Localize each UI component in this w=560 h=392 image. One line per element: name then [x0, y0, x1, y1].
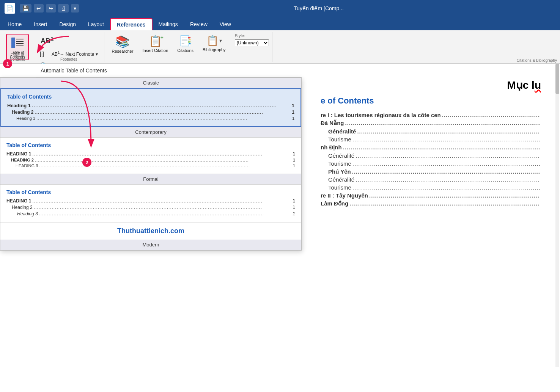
citations-group-label: Citations & Bibliography [517, 58, 557, 63]
step-1-badge: 1 [3, 59, 12, 68]
formal-section-header: Formal [0, 174, 301, 185]
classic-heading3-line: Heading 3 ..............................… [7, 116, 294, 121]
dropdown-scrollbar-thumb[interactable] [555, 64, 559, 94]
step-2-badge: 2 [82, 158, 91, 167]
footnotes-group: AB1 [i] AB1→ Next Footnote ▾ 🔍 Footnotes [34, 32, 104, 62]
customize-button[interactable]: ▾ [71, 4, 79, 13]
tab-insert[interactable]: Insert [28, 18, 53, 30]
app-icon: 📄 [5, 3, 15, 14]
ribbon-body: Table ofContents Table of Contents AB1 [… [0, 30, 560, 64]
doc-entry-tourisme-3: Tourisme ...............................… [321, 184, 541, 191]
dropdown-scrollbar-track [555, 64, 559, 367]
tab-references[interactable]: References [110, 18, 153, 30]
bibliography-icon: 📋 ▾ [206, 35, 222, 47]
doc-title: Mục lu [321, 79, 541, 91]
citations-button[interactable]: 📑 Citations [174, 33, 197, 54]
undo-button[interactable]: ↩ [34, 4, 44, 13]
bibliography-label: Bibliography [203, 47, 226, 52]
style-selector: Style: (Unknown) APA MLA [232, 33, 269, 46]
tab-mailings[interactable]: Mailings [153, 18, 184, 30]
document-page: Mục lu e of Contents re I : Les tourisme… [302, 64, 560, 392]
svg-rect-0 [11, 38, 15, 48]
tab-home[interactable]: Home [2, 18, 28, 30]
modern-section-header: Modern [0, 240, 301, 250]
doc-entry-tourisme-2: Tourisme ...............................… [321, 160, 541, 167]
tab-view[interactable]: View [214, 18, 237, 30]
style-dropdown[interactable]: (Unknown) APA MLA [235, 39, 269, 46]
main-layout: Automatic Table of Contents 2 Classic Ta… [0, 64, 560, 392]
tab-review[interactable]: Review [184, 18, 214, 30]
classic-heading2-line: Heading 2 ..............................… [7, 110, 294, 115]
contemporary-toc-title: Table of Contents [6, 142, 295, 148]
tab-layout[interactable]: Layout [82, 18, 110, 30]
formal-heading1-line: HEADING 1 ..............................… [6, 198, 295, 204]
formal-toc-title: Table of Contents [6, 189, 295, 195]
toc-group: Table ofContents Table of Contents [3, 32, 32, 62]
watermark-label: Thuthuattienich.com [0, 223, 301, 240]
classic-toc-item[interactable]: Table of Contents Heading 1 ............… [0, 88, 301, 127]
insert-citation-icon: 📋+ [149, 35, 162, 47]
redo-button[interactable]: ↪ [46, 4, 56, 13]
insert-citation-label: Insert Citation [142, 48, 168, 53]
contemporary-toc-item[interactable]: Table of Contents HEADING 1 ............… [0, 138, 301, 174]
next-footnote-label: AB1→ Next Footnote ▾ [52, 50, 98, 57]
print-button[interactable]: 🖨 [58, 4, 69, 13]
researcher-icon: 📚 [115, 35, 129, 48]
researcher-button[interactable]: 📚 Researcher [109, 33, 137, 55]
contemporary-heading3-line: HEADING 3 ..............................… [6, 163, 295, 168]
doc-entry-tay-nguyen: re II : Tây Nguyên .....................… [321, 192, 541, 199]
abi-icon: [i] [40, 51, 44, 57]
save-button[interactable]: 💾 [20, 4, 31, 13]
doc-entry-nh-dinh: nh Định ................................… [321, 144, 541, 151]
formal-heading3-line: Heading 3 ..............................… [6, 211, 295, 216]
ribbon-tabs: Home Insert Design Layout References Mai… [0, 17, 560, 30]
citations-bibliography-group: 📚 Researcher 📋+ Insert Citation 📑 Citati… [106, 32, 272, 62]
citations-icon: 📑 [179, 35, 192, 47]
left-panel: Automatic Table of Contents 2 Classic Ta… [0, 64, 302, 392]
doc-entry-generalite-2: Généralité .............................… [321, 152, 541, 159]
citations-label: Citations [177, 48, 193, 53]
doc-section-title: e of Contents [321, 96, 541, 106]
svg-rect-5 [11, 36, 15, 38]
classic-toc-title: Table of Contents [7, 94, 294, 100]
document-title: Tuyển điểm [Comp... [294, 5, 344, 11]
formal-heading2-line: Heading 2 ..............................… [6, 205, 295, 210]
style-label: Style: [235, 33, 269, 38]
content-row: Automatic Table of Contents 2 Classic Ta… [0, 64, 560, 392]
formal-toc-item[interactable]: Table of Contents HEADING 1 ............… [0, 185, 301, 223]
quick-access-toolbar: 💾 ↩ ↪ 🖨 ▾ [20, 4, 79, 13]
add-footnote-button[interactable]: AB1 [37, 33, 101, 47]
doc-entry-generalite-3: Généralité .............................… [321, 176, 541, 183]
doc-entry-tourisme-1: Tourisme ...............................… [321, 136, 541, 143]
title-bar: 📄 💾 ↩ ↪ 🖨 ▾ Tuyển điểm [Comp... [0, 0, 560, 17]
insert-citation-button[interactable]: 📋+ Insert Citation [139, 33, 171, 54]
toc-dropdown[interactable]: Classic Table of Contents Heading 1 ....… [0, 77, 302, 251]
document-area: Mục lu e of Contents re I : Les tourisme… [302, 64, 560, 392]
automatic-toc-label: Automatic Table of Contents [36, 64, 302, 77]
doc-entry-generalite-1: Généralité .............................… [321, 128, 541, 135]
classic-heading1-line: Heading 1 ..............................… [7, 103, 294, 108]
researcher-label: Researcher [112, 49, 134, 53]
ab1-icon: AB1 [41, 35, 53, 45]
doc-entry-da-nang: Đà Nẵng ................................… [321, 120, 541, 127]
doc-entry-lam-dong: Lâm Đồng ...............................… [321, 200, 541, 207]
toc-icon [11, 36, 24, 50]
bibliography-button[interactable]: 📋 ▾ Bibliography [200, 33, 229, 53]
contemporary-section-header: Contemporary [0, 127, 301, 138]
classic-section-header: Classic [0, 78, 301, 88]
footnotes-group-label: Footnotes [34, 57, 104, 61]
doc-entry-1: re I : Les tourismes régionaux da la côt… [321, 112, 541, 118]
contemporary-heading1-line: HEADING 1 ..............................… [6, 151, 295, 157]
doc-entry-phu-yen: Phú Yên ................................… [321, 168, 541, 175]
tab-design[interactable]: Design [53, 18, 82, 30]
insert-endnote-button[interactable]: [i] [37, 50, 47, 58]
contemporary-heading2-line: HEADING 2 ..............................… [6, 158, 295, 162]
